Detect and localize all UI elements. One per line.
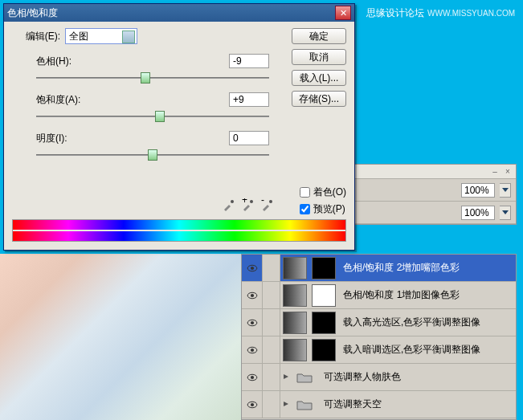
svg-point-14	[250, 375, 253, 378]
edit-select[interactable]: 全图	[65, 28, 137, 44]
layers-panel: 色相/饱和度 2增加嘴部色彩色相/饱和度 1增加图像色彩载入高光选区,色彩平衡调…	[241, 254, 517, 420]
watermark-url: WWW.MISSYUAN.COM	[427, 9, 515, 18]
svg-point-8	[250, 293, 253, 296]
visibility-toggle[interactable]	[242, 336, 263, 363]
close-button[interactable]: ✕	[335, 6, 351, 20]
cancel-button[interactable]: 取消	[292, 49, 346, 65]
photo-preview	[0, 254, 241, 420]
layer-mask-thumbnail[interactable]	[312, 284, 336, 307]
link-column[interactable]	[263, 336, 280, 363]
visibility-toggle[interactable]	[242, 255, 263, 281]
saturation-input[interactable]	[229, 92, 269, 107]
edit-label: 编辑(E):	[12, 30, 60, 43]
svg-text:-: -	[261, 198, 264, 206]
hue-slider[interactable]	[36, 71, 269, 84]
svg-point-16	[250, 402, 253, 406]
visibility-toggle[interactable]	[242, 282, 263, 308]
svg-point-12	[250, 348, 253, 351]
layer-row[interactable]: 载入高光选区,色彩平衡调整图像	[242, 309, 516, 336]
opacity-field-2[interactable]: 100%	[461, 206, 495, 220]
link-column[interactable]	[263, 255, 280, 281]
dialog-title: 色相/饱和度	[7, 6, 335, 20]
layer-row[interactable]: 可选调整人物肤色	[242, 364, 516, 391]
edit-select-value: 全图	[69, 30, 88, 43]
layer-row[interactable]: 可选调整天空	[242, 391, 516, 418]
close-panel-icon[interactable]: ×	[503, 167, 513, 177]
svg-text:+: +	[242, 198, 247, 206]
visibility-toggle[interactable]	[242, 309, 263, 336]
folder-icon	[292, 393, 317, 416]
svg-point-6	[250, 266, 253, 269]
opacity-arrow-2[interactable]	[500, 206, 511, 220]
hue-label: 色相(H):	[36, 55, 108, 68]
visibility-toggle[interactable]	[242, 391, 263, 418]
chevron-down-icon	[126, 35, 133, 39]
layer-thumbnail[interactable]	[283, 339, 307, 361]
eyedropper-icon[interactable]	[223, 198, 235, 211]
ok-button[interactable]: 确定	[292, 28, 346, 44]
hue-saturation-dialog: 色相/饱和度 ✕ 编辑(E): 全图 色相(H): 饱和度(A): 明度(I):	[3, 3, 355, 251]
layer-name: 色相/饱和度 2增加嘴部色彩	[343, 261, 460, 275]
colorize-checkbox[interactable]	[300, 187, 310, 198]
preview-checkbox-label[interactable]: 预览(P)	[300, 202, 346, 216]
preview-checkbox[interactable]	[300, 204, 310, 214]
spectrum-bar	[12, 219, 346, 242]
opacity-arrow-1[interactable]	[500, 183, 511, 198]
save-button[interactable]: 存储(S)...	[292, 91, 346, 107]
lightness-slider[interactable]	[36, 149, 269, 161]
link-column[interactable]	[263, 364, 280, 390]
link-column[interactable]	[263, 282, 280, 308]
layer-name: 载入高光选区,色彩平衡调整图像	[343, 316, 480, 329]
svg-point-0	[231, 200, 234, 203]
layer-row[interactable]: 色相/饱和度 2增加嘴部色彩	[242, 255, 516, 282]
svg-point-10	[250, 320, 253, 324]
layer-mask-thumbnail[interactable]	[312, 312, 336, 334]
layer-name: 可选调整人物肤色	[324, 370, 401, 384]
watermark-text: 思缘设计论坛	[366, 7, 424, 18]
layer-row[interactable]: 色相/饱和度 1增加图像色彩	[242, 282, 516, 309]
eyedropper-add-icon[interactable]: +	[242, 198, 255, 211]
svg-point-3	[269, 200, 272, 203]
layer-mask-thumbnail[interactable]	[312, 257, 336, 279]
lightness-input[interactable]	[229, 131, 269, 145]
load-button[interactable]: 载入(L)...	[292, 70, 346, 86]
expand-icon[interactable]	[280, 399, 290, 410]
visibility-toggle[interactable]	[242, 364, 263, 390]
folder-icon	[292, 366, 317, 389]
svg-point-1	[250, 200, 253, 203]
layer-name: 色相/饱和度 1增加图像色彩	[343, 288, 460, 302]
hue-input[interactable]	[229, 54, 269, 68]
layer-thumbnail[interactable]	[283, 284, 307, 307]
expand-icon[interactable]	[280, 372, 290, 383]
layer-row[interactable]: 载入暗调选区,色彩平衡调整图像	[242, 336, 516, 364]
dialog-titlebar[interactable]: 色相/饱和度 ✕	[4, 4, 354, 22]
link-column[interactable]	[263, 391, 280, 418]
saturation-label: 饱和度(A):	[36, 93, 108, 107]
layer-thumbnail[interactable]	[283, 312, 307, 334]
link-column[interactable]	[263, 309, 280, 336]
layer-name: 载入暗调选区,色彩平衡调整图像	[343, 343, 480, 357]
layer-thumbnail[interactable]	[283, 257, 307, 279]
layer-mask-thumbnail[interactable]	[312, 339, 336, 361]
eyedropper-subtract-icon[interactable]: -	[261, 198, 274, 211]
saturation-slider[interactable]	[36, 110, 269, 123]
colorize-checkbox-label[interactable]: 着色(O)	[300, 186, 346, 199]
lightness-label: 明度(I):	[36, 132, 108, 145]
minimize-icon[interactable]: –	[490, 167, 500, 177]
opacity-field-1[interactable]: 100%	[461, 183, 495, 198]
layer-name: 可选调整天空	[324, 398, 382, 411]
